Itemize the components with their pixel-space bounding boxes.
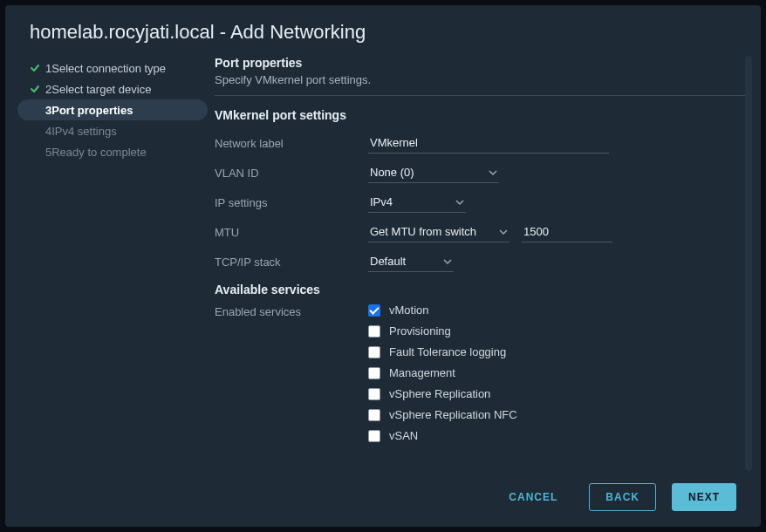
mtu-mode-select[interactable]: Get MTU from switch xyxy=(368,222,510,242)
wizard-step-3[interactable]: 3 Port properties xyxy=(17,99,208,120)
service-label: vSphere Replication NFC xyxy=(389,408,517,421)
check-icon xyxy=(30,84,40,94)
row-vlan-id: VLAN ID None (0) xyxy=(215,159,745,187)
wizard-step-1[interactable]: 1 Select connection type xyxy=(17,58,208,78)
dialog-title: homelab.rocyjati.local - Add Networking xyxy=(5,5,761,56)
service-item: Management xyxy=(368,366,455,379)
label-vlan-id: VLAN ID xyxy=(215,167,368,180)
service-checkbox[interactable] xyxy=(368,430,380,442)
service-item: vMotion xyxy=(368,304,429,317)
page-heading: Port properties xyxy=(215,56,745,70)
service-checkbox[interactable] xyxy=(368,346,380,358)
chevron-down-icon xyxy=(455,198,464,207)
back-button[interactable]: BACK xyxy=(589,483,656,511)
wizard-step-number: 3 xyxy=(45,104,51,117)
service-item: Provisioning xyxy=(368,324,451,338)
wizard-step-4: 4 IPv4 settings xyxy=(17,120,208,141)
wizard-step-2[interactable]: 2 Select target device xyxy=(17,78,208,99)
label-enabled-services: Enabled services xyxy=(215,304,368,318)
service-label: vMotion xyxy=(389,304,429,317)
service-checkbox[interactable] xyxy=(368,367,380,379)
wizard-step-label: Select connection type xyxy=(51,62,166,75)
service-label: vSphere Replication xyxy=(389,387,490,400)
row-ip-settings: IP settings IPv4 xyxy=(215,188,745,216)
label-ip-settings: IP settings xyxy=(215,196,368,209)
wizard-step-label: Port properties xyxy=(51,104,133,117)
wizard-step-number: 5 xyxy=(45,146,51,159)
service-item: vSAN xyxy=(368,429,418,442)
scrollbar[interactable] xyxy=(745,56,752,471)
service-checkbox[interactable] xyxy=(368,325,380,338)
wizard-step-5: 5 Ready to complete xyxy=(17,141,208,162)
row-enabled-services: Enabled services vMotionProvisioningFaul… xyxy=(215,304,745,450)
chevron-down-icon xyxy=(499,228,508,236)
wizard-step-number: 4 xyxy=(45,125,51,138)
wizard-step-number: 1 xyxy=(45,62,51,75)
page-subheading: Specify VMkernel port settings. xyxy=(215,73,745,86)
add-networking-dialog: homelab.rocyjati.local - Add Networking … xyxy=(5,5,761,527)
service-label: Fault Tolerance logging xyxy=(389,345,506,358)
content-pane: Port properties Specify VMkernel port se… xyxy=(208,56,752,471)
service-item: vSphere Replication xyxy=(368,387,490,400)
service-item: Fault Tolerance logging xyxy=(368,345,506,358)
row-network-label: Network label xyxy=(215,129,745,157)
dialog-body: 1 Select connection type2 Select target … xyxy=(5,56,761,471)
label-network-label: Network label xyxy=(215,137,368,150)
service-checkbox[interactable] xyxy=(368,409,380,421)
divider xyxy=(215,95,745,96)
wizard-nav: 1 Select connection type2 Select target … xyxy=(17,56,208,471)
ip-settings-select[interactable]: IPv4 xyxy=(368,192,466,213)
service-label: vSAN xyxy=(389,429,418,442)
cancel-button[interactable]: CANCEL xyxy=(493,484,573,510)
chevron-down-icon xyxy=(443,257,452,266)
row-mtu: MTU Get MTU from switch xyxy=(215,218,745,246)
ip-settings-value: IPv4 xyxy=(370,195,393,208)
mtu-mode-value: Get MTU from switch xyxy=(370,225,476,238)
chevron-down-icon xyxy=(489,168,497,177)
service-item: vSphere Replication NFC xyxy=(368,408,517,421)
service-checkbox[interactable] xyxy=(368,388,380,400)
dialog-footer: CANCEL BACK NEXT xyxy=(5,471,761,527)
label-tcpip-stack: TCP/IP stack xyxy=(215,256,368,269)
network-label-input[interactable] xyxy=(368,133,609,153)
check-icon xyxy=(30,63,40,73)
service-label: Provisioning xyxy=(389,324,451,338)
tcpip-stack-value: Default xyxy=(370,255,406,268)
wizard-step-label: IPv4 settings xyxy=(51,125,116,138)
label-mtu: MTU xyxy=(215,226,368,239)
wizard-step-number: 2 xyxy=(45,83,51,96)
service-checkbox[interactable] xyxy=(368,304,380,317)
wizard-step-label: Ready to complete xyxy=(51,146,146,159)
mtu-value-input[interactable] xyxy=(522,222,612,242)
row-tcpip-stack: TCP/IP stack Default xyxy=(215,248,745,276)
service-label: Management xyxy=(389,366,455,379)
vlan-id-value: None (0) xyxy=(370,166,414,179)
next-button[interactable]: NEXT xyxy=(672,483,736,511)
settings-heading: VMkernel port settings xyxy=(215,108,745,122)
tcpip-stack-select[interactable]: Default xyxy=(368,251,454,272)
wizard-step-label: Select target device xyxy=(51,83,151,96)
available-services-heading: Available services xyxy=(215,283,745,297)
vlan-id-select[interactable]: None (0) xyxy=(368,162,499,183)
